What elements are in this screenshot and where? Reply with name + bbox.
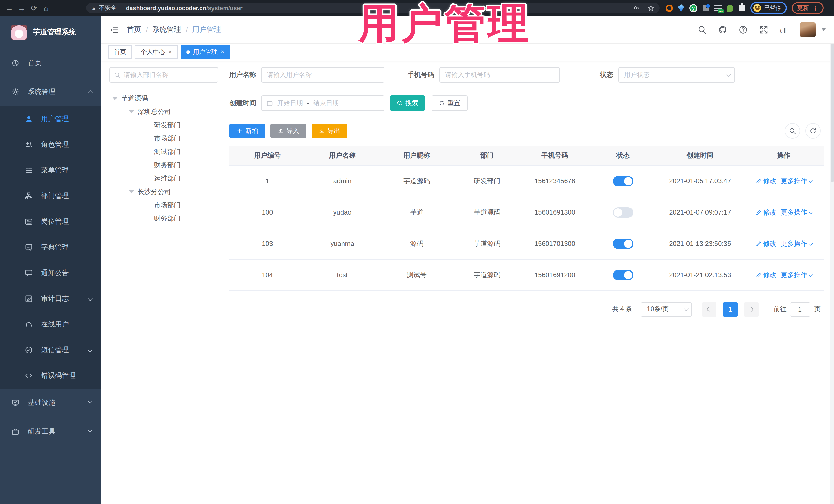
- sidebar-logo[interactable]: 芋道管理系统: [0, 16, 101, 49]
- current-page-button[interactable]: 1: [723, 302, 737, 316]
- sidebar-item-error-code-management[interactable]: 错误码管理: [0, 363, 101, 389]
- browser-reload-icon[interactable]: ⟳: [28, 3, 40, 13]
- sidebar-item-audit-log[interactable]: 审计日志: [0, 286, 101, 311]
- browser-profile-button[interactable]: 已暂停: [750, 2, 787, 14]
- dept-tree-node[interactable]: 长沙分公司: [109, 185, 218, 199]
- bookmark-star-icon[interactable]: [647, 4, 654, 12]
- tab-home[interactable]: 首页: [108, 45, 132, 59]
- header-search-icon[interactable]: [698, 25, 707, 34]
- dept-tree-node[interactable]: 市场部门: [109, 199, 218, 212]
- prev-page-button[interactable]: [702, 302, 716, 316]
- tab-profile[interactable]: 个人中心 ×: [135, 45, 178, 59]
- mobile-input[interactable]: [439, 67, 560, 83]
- sidebar-item-notice[interactable]: 通知公告: [0, 260, 101, 286]
- status-toggle[interactable]: [613, 238, 633, 249]
- sms-icon: [25, 346, 33, 354]
- sidebar-item-dev-tools[interactable]: 研发工具: [0, 417, 101, 446]
- extension-leaf-icon[interactable]: [727, 4, 733, 12]
- tab-user-management[interactable]: 用户管理 ×: [181, 45, 230, 59]
- browser-update-button[interactable]: 更新 ⋮: [792, 2, 824, 14]
- font-size-icon[interactable]: [780, 25, 789, 34]
- reset-button[interactable]: 重置: [432, 95, 467, 111]
- extensions-strip: y on 已暂停 更新 ⋮: [666, 0, 824, 16]
- sidebar-item-system-management[interactable]: 系统管理: [0, 78, 101, 106]
- goto-page-input[interactable]: [790, 302, 810, 316]
- status-toggle[interactable]: [613, 176, 633, 186]
- extension-grid-icon[interactable]: [703, 5, 709, 11]
- github-icon[interactable]: [718, 25, 727, 34]
- status-select[interactable]: 用户状态: [618, 67, 735, 83]
- dept-tree-node[interactable]: 芋道源码: [109, 92, 218, 105]
- extension-list-icon[interactable]: on: [715, 5, 722, 11]
- sidebar-item-sms-management[interactable]: 短信管理: [0, 337, 101, 363]
- breadcrumb-home[interactable]: 首页: [127, 25, 141, 34]
- browser-home-icon[interactable]: ⌂: [40, 4, 52, 12]
- help-icon[interactable]: [739, 25, 748, 34]
- dept-tree-node[interactable]: 财务部门: [109, 159, 218, 172]
- avatar-caret-icon[interactable]: [822, 28, 826, 31]
- dept-tree-node[interactable]: 财务部门: [109, 212, 218, 225]
- dept-tree-node[interactable]: 深圳总公司: [109, 105, 218, 118]
- edit-icon: [755, 272, 762, 278]
- chevron-down-icon: [726, 72, 731, 77]
- more-actions-link[interactable]: 更多操作: [781, 207, 812, 217]
- import-button[interactable]: 导入: [270, 124, 306, 138]
- close-icon[interactable]: ×: [168, 48, 172, 56]
- extension-y-icon[interactable]: y: [689, 4, 698, 12]
- status-toggle[interactable]: [613, 270, 633, 280]
- sidebar-item-post-management[interactable]: 岗位管理: [0, 209, 101, 235]
- add-button[interactable]: 新增: [229, 124, 265, 138]
- dept-tree-node[interactable]: 市场部门: [109, 132, 218, 145]
- more-actions-link[interactable]: 更多操作: [781, 239, 812, 248]
- fullscreen-icon[interactable]: [759, 25, 768, 34]
- active-tab-dot: [186, 50, 190, 53]
- sidebar-item-dept-management[interactable]: 部门管理: [0, 183, 101, 209]
- extensions-puzzle-icon[interactable]: [739, 5, 745, 11]
- page-scrollbar[interactable]: [830, 44, 834, 504]
- status-toggle[interactable]: [613, 207, 633, 217]
- sidebar-item-user-management[interactable]: 用户管理: [0, 106, 101, 132]
- tree-caret-icon[interactable]: [129, 110, 134, 113]
- username-label: 用户名称: [229, 70, 256, 80]
- menu-fold-icon[interactable]: [109, 25, 118, 34]
- sidebar-item-online-users[interactable]: 在线用户: [0, 311, 101, 337]
- password-key-icon[interactable]: [633, 5, 640, 11]
- page-size-select[interactable]: 10条/页: [640, 302, 692, 316]
- audit-log-icon: [25, 294, 33, 303]
- user-avatar[interactable]: [800, 22, 815, 37]
- table-row: 103 yuanma 源码 芋道源码 15601701300 2021-01-1…: [229, 228, 824, 259]
- scrollbar-thumb[interactable]: [831, 44, 834, 182]
- sidebar-item-home[interactable]: 首页: [0, 49, 101, 78]
- dept-search-input[interactable]: 请输入部门名称: [109, 67, 218, 83]
- refresh-table-button[interactable]: [805, 123, 821, 138]
- extension-drop-icon[interactable]: [678, 4, 684, 12]
- next-page-button[interactable]: [744, 302, 758, 316]
- date-range-picker[interactable]: 开始日期 - 结束日期: [261, 95, 385, 111]
- show-search-toggle-button[interactable]: [785, 123, 800, 138]
- browser-forward-icon[interactable]: →: [15, 4, 28, 12]
- search-button[interactable]: 搜索: [390, 95, 425, 111]
- export-button[interactable]: 导出: [311, 124, 348, 138]
- close-icon[interactable]: ×: [221, 48, 224, 56]
- dept-tree-node[interactable]: 研发部门: [109, 118, 218, 132]
- more-actions-link[interactable]: 更多操作: [781, 270, 812, 280]
- sidebar-item-infrastructure[interactable]: 基础设施: [0, 389, 101, 417]
- browser-menu-kebab-icon[interactable]: ⋮: [812, 4, 819, 12]
- tree-caret-icon[interactable]: [129, 191, 134, 194]
- username-input[interactable]: [261, 67, 385, 83]
- breadcrumb-system[interactable]: 系统管理: [152, 25, 181, 34]
- sidebar-item-menu-management[interactable]: 菜单管理: [0, 158, 101, 183]
- dept-tree-node[interactable]: 运维部门: [109, 172, 218, 185]
- dept-search-placeholder: 请输入部门名称: [124, 70, 169, 79]
- edit-link[interactable]: 修改: [755, 270, 776, 280]
- browser-back-icon[interactable]: ←: [3, 4, 15, 12]
- dept-tree-node[interactable]: 测试部门: [109, 145, 218, 159]
- tree-caret-icon[interactable]: [112, 97, 117, 100]
- edit-link[interactable]: 修改: [755, 176, 776, 185]
- edit-link[interactable]: 修改: [755, 239, 776, 248]
- sidebar-item-dict-management[interactable]: 字典管理: [0, 235, 101, 260]
- edit-link[interactable]: 修改: [755, 207, 776, 217]
- more-actions-link[interactable]: 更多操作: [781, 176, 812, 185]
- sidebar-item-role-management[interactable]: 角色管理: [0, 132, 101, 158]
- extension-ring-icon[interactable]: [666, 4, 673, 12]
